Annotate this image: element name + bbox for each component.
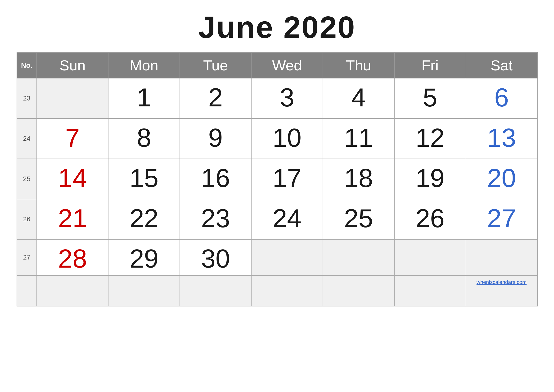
empty-day-cell bbox=[394, 275, 466, 306]
day-cell: 5 bbox=[394, 78, 466, 119]
day-cell: 18 bbox=[323, 159, 394, 199]
day-number: 3 bbox=[254, 82, 320, 111]
week-number: 26 bbox=[17, 199, 37, 239]
day-cell bbox=[37, 78, 108, 119]
week-row: 23123456 bbox=[17, 78, 537, 119]
day-number: 27 bbox=[469, 203, 535, 231]
day-number: 26 bbox=[397, 203, 463, 231]
day-cell: 29 bbox=[108, 239, 180, 275]
day-number: 10 bbox=[254, 122, 320, 151]
day-number: 28 bbox=[39, 243, 106, 272]
day-number: 19 bbox=[397, 163, 463, 191]
header-fri: Fri bbox=[394, 52, 466, 78]
empty-row: wheniscalendars.com bbox=[17, 275, 537, 306]
day-cell: 17 bbox=[251, 159, 323, 199]
day-number: 22 bbox=[111, 203, 177, 231]
day-cell: 14 bbox=[37, 159, 108, 199]
empty-day-cell bbox=[108, 275, 180, 306]
day-number: 16 bbox=[182, 163, 249, 191]
day-number: 5 bbox=[397, 82, 463, 111]
header-tue: Tue bbox=[180, 52, 251, 78]
day-cell: 30 bbox=[180, 239, 251, 275]
day-cell: 1 bbox=[108, 78, 180, 119]
day-number: 15 bbox=[111, 163, 177, 191]
day-number: 7 bbox=[39, 122, 106, 151]
day-cell: 12 bbox=[394, 119, 466, 159]
empty-day-cell bbox=[180, 275, 251, 306]
day-cell bbox=[394, 239, 466, 275]
day-cell: 21 bbox=[37, 199, 108, 239]
day-cell: 7 bbox=[37, 119, 108, 159]
day-cell: 8 bbox=[108, 119, 180, 159]
day-cell: 4 bbox=[323, 78, 394, 119]
watermark-cell: wheniscalendars.com bbox=[466, 275, 537, 306]
header-thu: Thu bbox=[323, 52, 394, 78]
day-number: 21 bbox=[39, 203, 106, 231]
day-cell: 22 bbox=[108, 199, 180, 239]
calendar-title: June 2020 bbox=[17, 9, 538, 45]
week-number: 27 bbox=[17, 239, 37, 275]
day-number: 9 bbox=[182, 122, 249, 151]
day-cell: 25 bbox=[323, 199, 394, 239]
week-row: 2621222324252627 bbox=[17, 199, 537, 239]
header-wed: Wed bbox=[251, 52, 323, 78]
day-cell: 9 bbox=[180, 119, 251, 159]
page-container: June 2020 No. Sun Mon Tue Wed Thu Fri Sa… bbox=[17, 9, 538, 307]
week-number: 25 bbox=[17, 159, 37, 199]
day-cell: 2 bbox=[180, 78, 251, 119]
empty-day-cell bbox=[251, 275, 323, 306]
day-number: 4 bbox=[325, 82, 392, 111]
header-row: No. Sun Mon Tue Wed Thu Fri Sat bbox=[17, 52, 537, 78]
week-row: 2514151617181920 bbox=[17, 159, 537, 199]
day-cell: 20 bbox=[466, 159, 537, 199]
day-cell bbox=[466, 239, 537, 275]
watermark-text: wheniscalendars.com bbox=[477, 279, 527, 285]
day-cell: 6 bbox=[466, 78, 537, 119]
day-number: 6 bbox=[469, 82, 535, 111]
day-number: 23 bbox=[182, 203, 249, 231]
day-cell: 16 bbox=[180, 159, 251, 199]
day-number: 20 bbox=[469, 163, 535, 191]
week-row: 2478910111213 bbox=[17, 119, 537, 159]
week-number: 23 bbox=[17, 78, 37, 119]
header-sat: Sat bbox=[466, 52, 537, 78]
empty-day-cell bbox=[323, 275, 394, 306]
week-number: 24 bbox=[17, 119, 37, 159]
day-cell: 3 bbox=[251, 78, 323, 119]
day-number: 25 bbox=[325, 203, 392, 231]
header-no: No. bbox=[17, 52, 37, 78]
day-cell: 24 bbox=[251, 199, 323, 239]
day-cell: 28 bbox=[37, 239, 108, 275]
day-number: 1 bbox=[111, 82, 177, 111]
day-number: 8 bbox=[111, 122, 177, 151]
header-sun: Sun bbox=[37, 52, 108, 78]
day-number: 12 bbox=[397, 122, 463, 151]
day-number: 18 bbox=[325, 163, 392, 191]
week-number-empty bbox=[17, 275, 37, 306]
day-number: 29 bbox=[111, 243, 177, 272]
day-number: 24 bbox=[254, 203, 320, 231]
day-number: 2 bbox=[182, 82, 249, 111]
day-number: 30 bbox=[182, 243, 249, 272]
day-cell: 13 bbox=[466, 119, 537, 159]
header-mon: Mon bbox=[108, 52, 180, 78]
week-row: 27282930 bbox=[17, 239, 537, 275]
day-number: 11 bbox=[325, 122, 392, 151]
empty-day-cell bbox=[37, 275, 108, 306]
day-cell: 10 bbox=[251, 119, 323, 159]
day-cell: 11 bbox=[323, 119, 394, 159]
day-cell: 23 bbox=[180, 199, 251, 239]
day-cell bbox=[251, 239, 323, 275]
calendar-table: No. Sun Mon Tue Wed Thu Fri Sat 23123456… bbox=[17, 52, 538, 307]
day-cell: 27 bbox=[466, 199, 537, 239]
day-number: 13 bbox=[469, 122, 535, 151]
day-number: 14 bbox=[39, 163, 106, 191]
day-cell bbox=[323, 239, 394, 275]
day-cell: 26 bbox=[394, 199, 466, 239]
day-cell: 19 bbox=[394, 159, 466, 199]
calendar-body: 2312345624789101112132514151617181920262… bbox=[17, 78, 537, 306]
day-number: 17 bbox=[254, 163, 320, 191]
day-cell: 15 bbox=[108, 159, 180, 199]
